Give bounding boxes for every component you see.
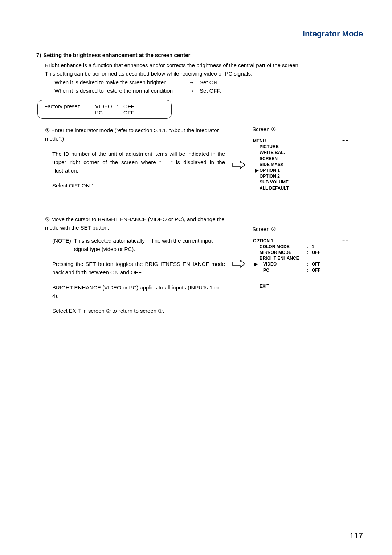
header-rule <box>36 41 363 41</box>
step2-row: ② Move the cursor to BRIGHT ENHANCE (VID… <box>36 215 363 315</box>
option-value: OFF <box>312 267 320 273</box>
option-key: VIDEO <box>263 261 307 267</box>
menu-item: ▶OPTION 1 <box>260 167 348 173</box>
option-colon: : <box>307 267 312 273</box>
page-number: 117 <box>350 531 363 540</box>
note-label: (NOTE) <box>52 237 74 253</box>
option-row: COLOR MODE:1 <box>260 244 348 250</box>
menu-item: OPTION 2 <box>260 173 348 179</box>
set-on-rhs: Set ON. <box>200 78 219 86</box>
cursor-icon: ▶ <box>254 261 260 267</box>
set-off-rhs: Set OFF. <box>200 86 221 95</box>
preset-label-blank <box>44 109 95 116</box>
step1-para2: Select OPTION 1. <box>52 181 225 190</box>
cursor-icon <box>255 144 260 150</box>
menu-item-label: WHITE BAL. <box>260 150 285 155</box>
option-colon: : <box>307 261 312 267</box>
preset-colon: : <box>117 103 123 109</box>
section-heading: Setting the brightness enhancement at th… <box>43 52 190 58</box>
section-intro-2: This setting can be performed as describ… <box>45 69 363 78</box>
cursor-icon <box>255 150 260 155</box>
section-title: 7) Setting the brightness enhancement at… <box>36 52 363 58</box>
preset-key-pc: PC <box>95 109 117 116</box>
option-subrow: PC:OFF <box>260 267 348 273</box>
step2: ② Move the cursor to BRIGHT ENHANCE (VID… <box>45 215 225 315</box>
screen1-label: Screen ① <box>252 126 363 133</box>
step1-marker: ① <box>45 127 50 133</box>
option-value: OFF <box>312 250 320 255</box>
option-row: BRIGHT ENHANCE <box>260 255 348 261</box>
section-intro-1: Bright enhance is a function that enhanc… <box>45 61 363 69</box>
step2-text: Move the cursor to BRIGHT ENHANCE (VIDEO… <box>45 216 225 231</box>
step2-para2: BRIGHT ENHANCE (VIDEO or PC) applies to … <box>52 283 225 300</box>
screen2-title: OPTION 1 <box>253 238 348 244</box>
arrow-right-icon <box>232 260 245 268</box>
screen1-id-placeholder: – – <box>342 137 348 143</box>
cursor-icon <box>255 179 260 185</box>
cursor-icon <box>255 162 260 167</box>
cursor-icon: ▶ <box>255 167 260 173</box>
option-colon: : <box>307 250 312 255</box>
step1-row: ① Enter the integrator mode (refer to se… <box>36 126 363 195</box>
preset-colon: : <box>117 109 123 116</box>
step2-para1: Pressing the SET button toggles the BRIG… <box>52 260 225 277</box>
menu-item: SUB VOLUME <box>260 179 348 185</box>
menu-item-label: SIDE MASK <box>260 162 284 167</box>
cursor-icon <box>255 185 260 191</box>
preset-val-video: OFF <box>123 103 134 109</box>
option-key: MIRROR MODE <box>260 250 307 255</box>
screen2-exit: EXIT <box>260 283 348 289</box>
factory-preset-box: Factory preset: VIDEO : OFF PC : OFF <box>37 100 172 119</box>
step1-text: Enter the integrator mode (refer to sect… <box>45 127 219 142</box>
arrow-right-icon <box>232 161 245 169</box>
preset-key-video: VIDEO <box>95 103 117 109</box>
preset-label: Factory preset: <box>44 103 95 109</box>
section-number: 7) <box>36 52 41 58</box>
menu-item: SCREEN <box>260 156 348 162</box>
screen1-box: – – MENU PICTUREWHITE BAL.SCREENSIDE MAS… <box>249 135 352 195</box>
cursor-icon <box>254 267 260 273</box>
menu-item: SIDE MASK <box>260 162 348 167</box>
step1: ① Enter the integrator mode (refer to se… <box>45 126 225 190</box>
set-on-lhs: When it is desired to make the screen br… <box>54 78 189 86</box>
cursor-icon <box>255 173 260 179</box>
page-header-title: Integrator Mode <box>36 29 363 41</box>
cursor-icon <box>255 156 260 162</box>
screen2-id-placeholder: – – <box>342 237 348 243</box>
step2-marker: ② <box>45 216 50 222</box>
arrow-icon: → <box>189 78 200 86</box>
note-text: This is selected automatically in line w… <box>74 237 225 253</box>
menu-item: ALL DEFAULT <box>260 185 348 191</box>
option-value: 1 <box>312 244 314 250</box>
set-on-line: When it is desired to make the screen br… <box>54 78 363 86</box>
menu-item-label: OPTION 1 <box>260 167 280 173</box>
option-value: OFF <box>312 261 320 267</box>
set-off-line: When it is desired to restore the normal… <box>54 86 363 95</box>
screen2-box: – – OPTION 1 COLOR MODE:1MIRROR MODE:OFF… <box>249 235 352 293</box>
screen1-title: MENU <box>253 138 348 144</box>
option-key: PC <box>263 267 307 273</box>
menu-item-label: PICTURE <box>260 144 279 150</box>
option-key: BRIGHT ENHANCE <box>260 255 307 261</box>
arrow-icon: → <box>189 86 200 95</box>
step1-para1: The ID number of the unit of adjustment … <box>52 150 225 175</box>
menu-item-label: ALL DEFAULT <box>260 185 289 191</box>
menu-item: WHITE BAL. <box>260 150 348 155</box>
menu-item-label: SUB VOLUME <box>260 179 289 185</box>
set-off-lhs: When it is desired to restore the normal… <box>54 86 189 95</box>
option-subrow: ▶VIDEO:OFF <box>260 261 348 267</box>
step2-note: (NOTE) This is selected automatically in… <box>52 237 225 253</box>
screen2-label: Screen ② <box>252 226 363 232</box>
preset-val-pc: OFF <box>123 109 134 116</box>
menu-item: PICTURE <box>260 144 348 150</box>
option-key: COLOR MODE <box>260 244 307 250</box>
option-row: MIRROR MODE:OFF <box>260 250 348 255</box>
menu-item-label: SCREEN <box>260 156 278 162</box>
step2-para3: Select EXIT in screen ② to return to scr… <box>52 307 225 315</box>
option-colon: : <box>307 244 312 250</box>
menu-item-label: OPTION 2 <box>260 173 280 179</box>
